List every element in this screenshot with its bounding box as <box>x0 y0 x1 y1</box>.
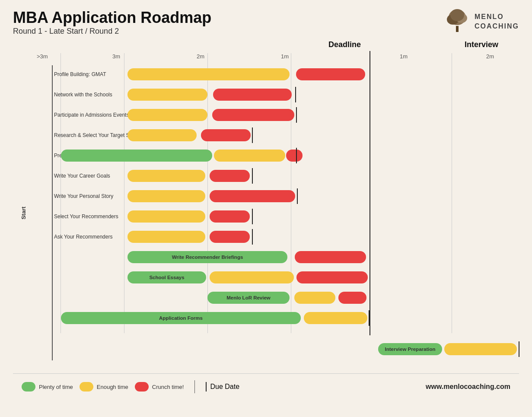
bar-network-yellow <box>127 89 207 101</box>
label-network: Network with the Schools <box>54 92 112 98</box>
deadline-header: Deadline <box>328 40 361 49</box>
row-select-recommenders: Select Your Recommenders <box>37 207 519 226</box>
logo-section: MENLOCOACHING <box>444 9 519 35</box>
bar-network-red <box>213 89 292 101</box>
row-network: Network with the Schools <box>37 86 519 104</box>
time-label-post-1m: 1m <box>400 53 408 60</box>
label-select-recommenders: Select Your Recommenders <box>54 213 118 220</box>
legend-plenty: Plenty of time <box>22 382 73 392</box>
bar-ask-rec-red <box>210 231 250 243</box>
legend-enough: Enough time <box>80 382 128 392</box>
bar-essays-yellow <box>210 271 294 283</box>
bar-lor-yellow <box>294 292 335 304</box>
due-appforms <box>369 310 370 326</box>
legend-dot-red <box>135 382 149 392</box>
svg-point-3 <box>450 9 464 21</box>
time-label-1m: 1m <box>281 53 289 60</box>
logo-icon <box>444 9 470 35</box>
bar-select-rec-red <box>210 210 250 223</box>
legend-separator <box>194 380 195 393</box>
interview-header: Interview <box>465 40 498 49</box>
bar-resume-yellow <box>214 150 285 162</box>
bar-research-yellow <box>127 129 197 141</box>
bar-resume-green <box>61 150 212 162</box>
page-header: MBA Application Roadmap Round 1 - Late S… <box>13 9 519 36</box>
label-career-goals: Write Your Career Goals <box>54 173 110 179</box>
time-label-post-2m: 2m <box>486 53 494 60</box>
bar-appforms-yellow <box>304 312 367 324</box>
row-spacer <box>37 329 519 338</box>
row-profile-building: Profile Building: GMAT <box>37 65 519 83</box>
row-research: Research & Select Your Target Schools <box>37 126 519 144</box>
row-personal-story: Write Your Personal Story <box>37 187 519 205</box>
svg-rect-4 <box>456 26 459 32</box>
logo-text: MENLOCOACHING <box>475 12 519 32</box>
due-resume <box>296 148 297 163</box>
label-personal-story: Write Your Personal Story <box>54 193 113 199</box>
time-label-2m: 2m <box>197 53 204 60</box>
bar-story-yellow <box>127 190 205 202</box>
page-subtitle: Round 1 - Late Start / Round 2 <box>13 27 211 36</box>
row-briefings: Write Recommender Briefings <box>37 248 519 266</box>
bar-essays-green: School Essays <box>127 271 206 283</box>
row-resume: Prepare Your MBA Resume <box>37 146 519 165</box>
row-school-essays: School Essays <box>37 268 519 286</box>
legend-due-line <box>206 382 207 392</box>
bar-story-red <box>210 190 295 202</box>
title-section: MBA Application Roadmap Round 1 - Late S… <box>13 9 211 36</box>
bar-profile-red <box>296 68 365 80</box>
row-ask-recommenders: Ask Your Recommenders <box>37 228 519 246</box>
legend-due-label: Due Date <box>210 383 239 391</box>
row-interview-prep: Interview Preparation <box>37 340 519 358</box>
page-title: MBA Application Roadmap <box>13 9 211 27</box>
bar-interview-yellow <box>444 343 517 355</box>
bar-lor-green: Menlo LoR Review <box>207 292 290 304</box>
bar-select-rec-yellow <box>127 210 205 223</box>
due-admissions <box>296 107 297 123</box>
bar-briefings-red <box>295 251 366 263</box>
chart-container: Deadline Interview >3m 3m 2m 1m 1m 2m St… <box>13 40 519 360</box>
bar-admissions-red <box>212 109 294 121</box>
rows-wrapper: Profile Building: GMAT Network with the … <box>28 65 519 360</box>
due-research <box>252 127 253 143</box>
label-ask-recommenders: Ask Your Recommenders <box>54 234 112 240</box>
row-lor: Menlo LoR Review <box>37 289 519 307</box>
due-ask-rec <box>252 229 253 245</box>
chart-inner: >3m 3m 2m 1m 1m 2m Start <box>28 53 519 360</box>
time-labels: >3m 3m 2m 1m 1m 2m <box>37 53 519 65</box>
legend-dot-green <box>22 382 35 392</box>
bar-admissions-yellow <box>127 109 207 121</box>
bar-profile-yellow <box>127 68 290 80</box>
label-admissions: Participate in Admissions Events <box>54 112 129 118</box>
website: www.menlocoaching.com <box>426 383 510 391</box>
legend-due: Due Date <box>206 382 239 392</box>
due-select-rec <box>252 209 253 224</box>
legend-plenty-label: Plenty of time <box>39 384 73 390</box>
bar-research-red <box>201 129 251 141</box>
row-admissions: Participate in Admissions Events <box>37 106 519 124</box>
bar-essays-red <box>296 271 368 283</box>
start-label: Start <box>20 207 27 220</box>
bar-ask-rec-yellow <box>127 231 205 243</box>
legend: Plenty of time Enough time Crunch time! … <box>13 373 519 400</box>
bar-appforms-green: Application Forms <box>61 312 301 324</box>
time-label-3m: 3m <box>112 53 120 60</box>
rows-area: Start Profile Building: GMAT Network wit… <box>28 65 519 360</box>
due-career <box>252 168 253 184</box>
bar-briefings-green: Write Recommender Briefings <box>127 251 287 263</box>
time-label-3mplus: >3m <box>37 53 48 60</box>
due-interview <box>519 341 519 357</box>
legend-enough-label: Enough time <box>97 384 128 390</box>
bar-career-red <box>210 170 250 182</box>
bar-resume-red <box>286 150 303 162</box>
legend-crunch: Crunch time! <box>135 382 184 392</box>
due-story <box>297 188 298 204</box>
bar-interview-green: Interview Preparation <box>378 343 442 355</box>
bar-career-yellow <box>127 170 205 182</box>
bar-lor-red <box>338 292 366 304</box>
section-headers: Deadline Interview <box>28 40 519 53</box>
legend-dot-yellow <box>80 382 93 392</box>
label-profile-building: Profile Building: GMAT <box>54 71 106 77</box>
row-career-goals: Write Your Career Goals <box>37 167 519 185</box>
row-app-forms: Application Forms <box>37 309 519 327</box>
